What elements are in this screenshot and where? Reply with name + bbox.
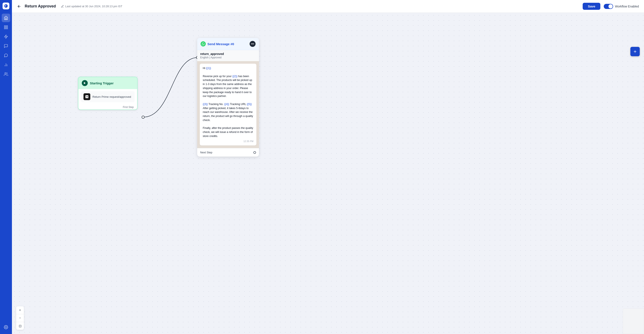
zoom-in-button[interactable]: + [16, 306, 24, 314]
sidebar-item-chat[interactable] [2, 51, 10, 60]
message-card-title: Send Message #0 [200, 41, 234, 46]
template-lang: English | Approved [200, 56, 256, 59]
back-button[interactable] [17, 4, 21, 8]
message-time: 12:35 PM [203, 140, 254, 143]
sidebar-item-home[interactable] [2, 14, 10, 22]
next-step-connector-dot [254, 151, 256, 154]
message-card-title-text: Send Message #0 [208, 42, 234, 46]
sidebar-item-dashboard[interactable] [2, 23, 10, 32]
svg-rect-3 [6, 26, 8, 27]
workflow-status-label: Workflow Enabled [615, 5, 639, 8]
add-node-button[interactable]: + [630, 47, 640, 56]
whatsapp-icon [200, 41, 206, 46]
var-5: {{5}} [247, 103, 252, 106]
message-card-header: Send Message #0 ••• [197, 38, 259, 50]
next-step-row[interactable]: Next Step [197, 148, 259, 156]
message-bubble: Hi {{1}} Reverse pick up for your {{2}} … [200, 64, 256, 146]
template-name: return_approved [200, 52, 256, 56]
trigger-body: Return Prime request/approved [78, 89, 137, 104]
trigger-item[interactable]: Return Prime request/approved [81, 91, 134, 102]
var-4: {{4}} [224, 103, 229, 106]
svg-point-13 [142, 116, 144, 118]
template-info: return_approved English | Approved [197, 50, 259, 61]
trigger-header: Starting Trigger [78, 77, 137, 89]
sidebar-item-settings[interactable] [2, 323, 10, 332]
sidebar-item-chart[interactable] [2, 60, 10, 69]
sidebar-item-users[interactable] [2, 70, 10, 78]
zoom-controls: + − ⊡ [16, 306, 24, 330]
connector-svg [12, 13, 644, 334]
svg-rect-4 [4, 28, 6, 29]
sidebar: P [0, 0, 12, 334]
workflow-toggle-wrapper: Workflow Enabled [604, 4, 639, 9]
var-2: {{2}} [232, 75, 238, 78]
message-bubble-area: Hi {{1}} Reverse pick up for your {{2}} … [197, 61, 259, 148]
return-prime-icon [84, 93, 90, 100]
svg-text:P: P [5, 5, 6, 7]
workflow-toggle[interactable] [604, 4, 613, 9]
trigger-node: Starting Trigger Return Prime request/ap… [78, 77, 138, 110]
zoom-fit-button[interactable]: ⊡ [16, 322, 24, 330]
save-button[interactable]: Save [583, 3, 600, 10]
app-logo[interactable]: P [2, 2, 9, 9]
trigger-item-label: Return Prime request/approved [92, 95, 131, 98]
last-updated: Last updated at 30 Jun 2024, 10:28:13 pm… [61, 5, 122, 8]
next-step-label: Next Step [200, 151, 212, 154]
svg-point-10 [5, 73, 6, 74]
svg-rect-5 [6, 28, 8, 29]
message-card: Send Message #0 ••• return_approved Engl… [197, 38, 259, 156]
first-step-label: First Step [123, 106, 134, 109]
header-actions: Save Workflow Enabled [583, 3, 639, 10]
var-3: {{3}} [203, 103, 208, 106]
var-1: {{1}} [206, 67, 211, 70]
preview-card [623, 308, 644, 334]
sidebar-item-megaphone[interactable] [2, 42, 10, 50]
svg-marker-6 [4, 35, 8, 38]
more-options-button[interactable]: ••• [250, 41, 256, 47]
sidebar-item-lightning[interactable] [2, 32, 10, 41]
zoom-out-button[interactable]: − [16, 314, 24, 322]
header: Return Approved Last updated at 30 Jun 2… [12, 0, 644, 13]
svg-rect-2 [4, 26, 6, 27]
svg-marker-14 [84, 82, 86, 84]
trigger-title: Starting Trigger [90, 81, 114, 85]
updated-text: Last updated at 30 Jun 2024, 10:28:13 pm… [65, 5, 122, 8]
svg-point-11 [6, 327, 6, 328]
flow-canvas: Starting Trigger Return Prime request/ap… [12, 13, 644, 334]
trigger-play-icon [82, 80, 88, 86]
page-title: Return Approved [25, 4, 56, 8]
